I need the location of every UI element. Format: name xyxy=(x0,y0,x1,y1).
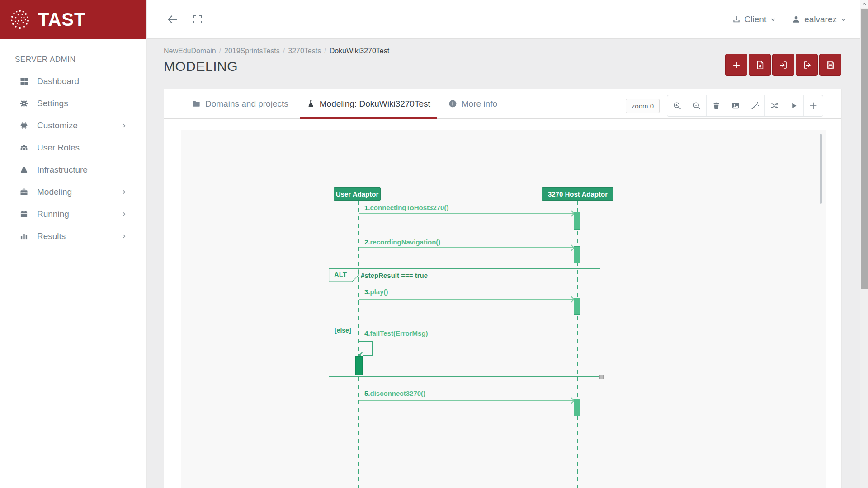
chevron-right-icon xyxy=(121,211,127,217)
bar-chart-icon xyxy=(18,232,30,241)
message-number: 2. xyxy=(364,238,370,246)
message-5-label[interactable]: 5.disconnect3270() xyxy=(364,389,425,397)
fragment-guard: #stepResult === true xyxy=(361,272,428,279)
add-button[interactable] xyxy=(725,54,747,76)
page-scrollbar[interactable] xyxy=(860,0,868,488)
action-buttons xyxy=(725,54,841,76)
sidebar-item-user-roles[interactable]: User Roles xyxy=(0,137,147,159)
back-button[interactable] xyxy=(166,13,179,26)
download-icon xyxy=(732,15,741,24)
sidebar-item-customize[interactable]: Customize xyxy=(0,115,147,136)
breadcrumb-link[interactable]: 3270Tests xyxy=(288,47,321,55)
message-name: failTest(ErrorMsg) xyxy=(370,329,428,337)
scroll-up-icon[interactable] xyxy=(860,0,868,8)
add-element-button[interactable] xyxy=(803,95,823,116)
canvas-scrollbar-thumb[interactable] xyxy=(820,134,822,204)
page-scrollbar-thumb[interactable] xyxy=(861,9,868,289)
message-number: 3. xyxy=(364,288,370,296)
import-button[interactable] xyxy=(772,54,794,76)
magic-wand-button[interactable] xyxy=(745,95,764,116)
cog-burst-icon xyxy=(18,121,30,130)
message-4-label[interactable]: 4.failTest(ErrorMsg) xyxy=(364,329,428,337)
breadcrumb: NewEduDomain/2019SprintsTests/3270Tests/… xyxy=(164,47,389,55)
tab-label: Modeling: DokuWiki3270Test xyxy=(320,99,430,109)
breadcrumb-separator: / xyxy=(324,47,326,55)
sidebar-item-label: Dashboard xyxy=(37,76,79,86)
zoom-in-button[interactable] xyxy=(667,95,687,116)
dashboard-icon xyxy=(18,77,30,86)
zoom-out-button[interactable] xyxy=(687,95,706,116)
message-3-arrow[interactable] xyxy=(359,299,574,300)
shuffle-button[interactable] xyxy=(764,95,784,116)
fragment-resize-handle[interactable] xyxy=(599,375,604,379)
breadcrumb-link[interactable]: 2019SprintsTests xyxy=(224,47,280,55)
chevron-right-icon xyxy=(121,122,127,129)
sidebar-item-settings[interactable]: Settings xyxy=(0,93,147,114)
message-2-arrow[interactable] xyxy=(359,247,574,248)
sidebar: TAST SERVER ADMIN Dashboard Settings Cus… xyxy=(0,0,147,488)
message-1-arrow[interactable] xyxy=(359,213,574,214)
actor-host-adaptor[interactable]: 3270 Host Adaptor xyxy=(542,187,613,201)
breadcrumb-separator: / xyxy=(283,47,285,55)
file-excel-icon xyxy=(755,60,765,70)
modeling-card: Domains and projects Modeling: DokuWiki3… xyxy=(164,89,842,488)
topbar: Client ealvarez xyxy=(147,0,860,39)
road-icon xyxy=(18,165,30,174)
alt-fragment[interactable]: ALT #stepResult === true [else] xyxy=(329,268,600,377)
self-message-line[interactable] xyxy=(359,341,373,342)
fragment-operator-label: ALT xyxy=(334,271,347,278)
message-2-label[interactable]: 2.recordingNavigation() xyxy=(364,238,440,246)
message-1-label[interactable]: 1.connectingToHost3270() xyxy=(364,204,448,211)
chevron-right-icon xyxy=(121,189,127,195)
sidebar-item-infrastructure[interactable]: Infrastructure xyxy=(0,159,147,181)
sidebar-item-label: Running xyxy=(37,209,69,219)
save-button[interactable] xyxy=(819,54,841,76)
sidebar-item-modeling[interactable]: Modeling xyxy=(0,181,147,203)
zoom-level-badge: zoom 0 xyxy=(626,99,660,113)
delete-button[interactable] xyxy=(706,95,726,116)
plus-icon xyxy=(731,60,741,70)
activation-bar xyxy=(574,212,580,230)
export-excel-button[interactable] xyxy=(749,54,771,76)
chevron-down-icon xyxy=(840,16,847,23)
sidebar-item-results[interactable]: Results xyxy=(0,225,147,247)
activation-bar xyxy=(574,246,580,263)
actor-user-adaptor[interactable]: User Adaptor xyxy=(334,187,381,201)
sign-in-icon xyxy=(778,60,788,70)
brand-header[interactable]: TAST xyxy=(0,0,146,39)
message-3-label[interactable]: 3.play() xyxy=(364,288,388,296)
breadcrumb-link[interactable]: NewEduDomain xyxy=(164,47,216,55)
sidebar-item-label: Results xyxy=(37,231,66,241)
users-icon xyxy=(18,143,30,152)
fragment-operator: ALT xyxy=(329,268,359,282)
chevron-right-icon xyxy=(121,233,127,239)
client-label: Client xyxy=(745,14,767,24)
user-menu[interactable]: ealvarez xyxy=(792,14,847,24)
client-menu[interactable]: Client xyxy=(732,14,777,24)
fullscreen-button[interactable] xyxy=(192,14,203,25)
tab-more-info[interactable]: More info xyxy=(442,89,504,118)
sidebar-item-label: Customize xyxy=(37,121,78,131)
diagram-canvas[interactable]: User Adaptor 3270 Host Adaptor 1.connect… xyxy=(181,130,826,488)
tab-modeling[interactable]: Modeling: DokuWiki3270Test xyxy=(300,89,437,118)
fragment-divider xyxy=(329,324,600,324)
flask-icon xyxy=(307,99,315,108)
message-name: play() xyxy=(370,288,388,296)
message-name: disconnect3270() xyxy=(370,389,426,397)
sidebar-item-label: Modeling xyxy=(37,187,72,197)
sidebar-item-running[interactable]: Running xyxy=(0,203,147,225)
actor-label: User Adaptor xyxy=(336,190,378,198)
tab-domains-and-projects[interactable]: Domains and projects xyxy=(186,89,295,118)
sidebar-item-dashboard[interactable]: Dashboard xyxy=(0,70,147,92)
tab-label: Domains and projects xyxy=(205,99,288,109)
main-content: NewEduDomain/2019SprintsTests/3270Tests/… xyxy=(147,39,860,488)
message-5-arrow[interactable] xyxy=(359,400,574,401)
image-button[interactable] xyxy=(726,95,745,116)
activation-bar-dark xyxy=(355,356,363,375)
gear-icon xyxy=(18,99,30,108)
export-button[interactable] xyxy=(796,54,818,76)
play-button[interactable] xyxy=(784,95,803,116)
chevron-down-icon xyxy=(770,16,776,23)
message-name: recordingNavigation() xyxy=(370,238,441,246)
folder-icon xyxy=(192,99,201,108)
